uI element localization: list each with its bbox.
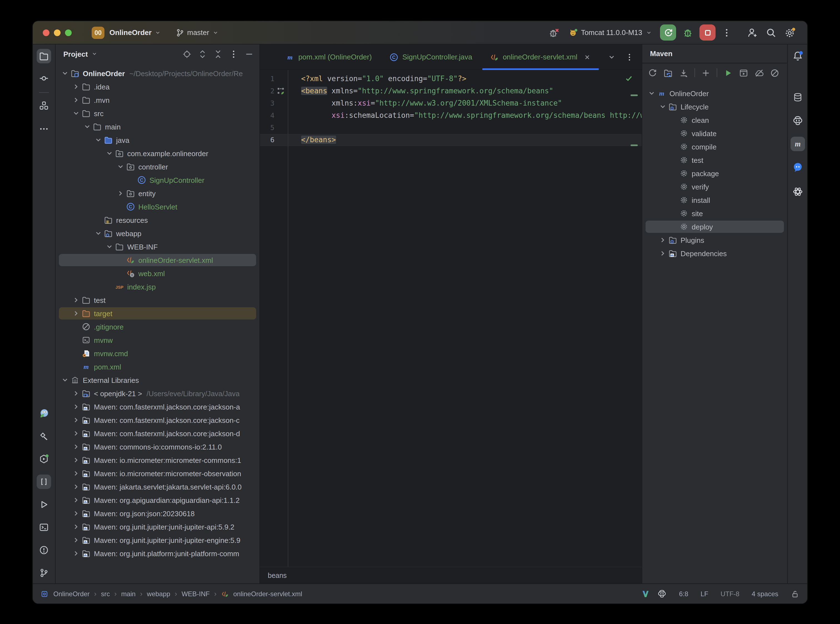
debugger-unavailable-icon[interactable] — [548, 27, 559, 38]
tree-item-clean[interactable]: clean — [642, 113, 787, 127]
tree-item-deploy[interactable]: deploy — [642, 220, 787, 233]
line-number[interactable]: 6 — [260, 134, 288, 146]
chevron-right-icon[interactable] — [116, 189, 125, 198]
run-anything-icon[interactable] — [739, 68, 748, 77]
debug-button[interactable] — [682, 27, 693, 38]
collapse-all-icon[interactable] — [213, 49, 223, 59]
chevron-down-icon[interactable] — [116, 162, 125, 171]
code-line[interactable] — [288, 122, 642, 134]
chevron-right-icon[interactable] — [71, 442, 81, 451]
tree-item-onlineorder-servlet-xml[interactable]: onlineOrder-servlet.xml — [56, 253, 259, 267]
tree-item-package[interactable]: package — [642, 167, 787, 180]
sync-icon[interactable] — [648, 68, 657, 77]
tree-item-onlineorder[interactable]: OnlineOrder~/Desktop/Projects/OnlineOrde… — [56, 67, 259, 80]
build-tool-button[interactable] — [37, 429, 51, 443]
run-configuration-selector[interactable]: Tomcat 11.0.0-M13 — [568, 28, 652, 37]
breadcrumb-tag[interactable]: beans — [268, 571, 287, 579]
tree-item-verify[interactable]: verify — [642, 180, 787, 193]
chevron-right-icon[interactable] — [71, 96, 81, 105]
tree-item-helloservlet[interactable]: CHelloServlet — [56, 200, 259, 213]
reload-projects-icon[interactable] — [663, 68, 673, 77]
tree-item-mvnw[interactable]: mvnw — [56, 334, 259, 347]
locate-file-icon[interactable] — [182, 49, 191, 59]
frames-tool-button[interactable] — [37, 474, 51, 489]
services-tool-button[interactable] — [37, 452, 51, 466]
run-tool-button[interactable] — [37, 497, 51, 512]
chevron-right-icon[interactable] — [658, 236, 668, 244]
ai-chat-tool-button[interactable] — [790, 160, 805, 175]
line-number[interactable]: 2 — [260, 85, 288, 97]
code-line[interactable]: </beans> — [288, 134, 642, 146]
chatgpt-tool-button[interactable] — [790, 184, 805, 199]
line-number[interactable]: 1 — [260, 73, 288, 85]
chevron-down-icon[interactable] — [658, 102, 668, 111]
toggle-offline-icon[interactable] — [754, 68, 764, 77]
hide-panel-icon[interactable] — [244, 49, 254, 59]
tree-item-maven-com-fasterxml-jackson-core-jackson-a[interactable]: Maven: com.fasterxml.jackson.core:jackso… — [56, 400, 259, 413]
code-with-me-icon[interactable] — [747, 27, 758, 38]
more-tool-windows-button[interactable] — [37, 122, 51, 136]
tree-item-webapp[interactable]: webapp — [56, 227, 259, 240]
tree-item-maven-org-json-json-20230618[interactable]: Maven: org.json:json:20230618 — [56, 507, 259, 520]
spring-bean-gutter-icon[interactable] — [277, 86, 286, 96]
tree-item-mvnw-cmd[interactable]: mvnw.cmd — [56, 347, 259, 360]
close-window-button[interactable] — [43, 29, 49, 36]
skip-tests-icon[interactable] — [770, 68, 780, 77]
tree-item-web-inf[interactable]: WEB-INF — [56, 240, 259, 253]
line-ending-indicator[interactable]: LF — [701, 590, 708, 598]
breadcrumb-item[interactable]: main — [121, 590, 136, 598]
chevron-right-icon[interactable] — [71, 509, 81, 518]
maven-tool-button[interactable]: m — [790, 137, 805, 151]
settings-icon[interactable] — [784, 27, 795, 38]
copilot-tool-button[interactable] — [790, 113, 805, 128]
problems-tool-button[interactable] — [37, 543, 51, 557]
indent-indicator[interactable]: 4 spaces — [752, 590, 778, 598]
panel-options-icon[interactable] — [229, 49, 238, 59]
ai-plugin-tool-button[interactable] — [37, 406, 51, 421]
tab-options-icon[interactable] — [625, 53, 634, 62]
add-icon[interactable] — [701, 68, 710, 77]
minimize-window-button[interactable] — [54, 29, 60, 36]
tree-item-entity[interactable]: entity — [56, 187, 259, 200]
tree-item-external-libraries[interactable]: External Libraries — [56, 374, 259, 387]
code-content[interactable]: <?xml version="1.0" encoding="UTF-8"?><b… — [288, 70, 642, 567]
tree-item-plugins[interactable]: Plugins — [642, 233, 787, 247]
notifications-button[interactable] — [790, 49, 805, 63]
terminal-tool-button[interactable] — [37, 520, 51, 534]
chevron-down-icon[interactable] — [105, 242, 114, 251]
tree-item-maven-org-junit-jupiter-junit-jupiter-api-5-9-2[interactable]: Maven: org.junit.jupiter:junit-jupiter-a… — [56, 520, 259, 533]
tree-item-test[interactable]: test — [642, 153, 787, 167]
tree-item-validate[interactable]: validate — [642, 127, 787, 140]
chevron-right-icon[interactable] — [71, 402, 81, 411]
code-editor[interactable]: 123456 <?xml version="1.0" encoding="UTF… — [260, 70, 642, 567]
tree-item-dependencies[interactable]: Dependencies — [642, 247, 787, 260]
unlock-icon[interactable] — [791, 589, 800, 598]
chevron-right-icon[interactable] — [71, 456, 81, 465]
tree-item-web-xml[interactable]: web.xml — [56, 267, 259, 280]
chevron-down-icon[interactable] — [105, 149, 114, 158]
code-line[interactable]: <?xml version="1.0" encoding="UTF-8"?> — [288, 73, 642, 85]
tree-item-gitignore[interactable]: .gitignore — [56, 320, 259, 334]
chevron-down-icon[interactable] — [82, 122, 92, 131]
chevron-right-icon[interactable] — [71, 82, 81, 91]
tab-signupcontroller-java[interactable]: C SignUpController.java — [381, 45, 481, 70]
chevron-down-icon[interactable] — [60, 375, 70, 385]
inspections-ok-icon[interactable] — [624, 74, 633, 83]
tree-item-maven-org-apiguardian-apiguardian-api-1-1-2[interactable]: Maven: org.apiguardian:apiguardian-api:1… — [56, 493, 259, 507]
tree-item-maven-org-junit-platform-junit-platform-comm[interactable]: Maven: org.junit.platform:junit-platform… — [56, 547, 259, 560]
tab-pom-xml[interactable]: m pom.xml (OnlineOrder) — [277, 45, 381, 70]
tree-item-maven-com-fasterxml-jackson-core-jackson-d[interactable]: Maven: com.fasterxml.jackson.core:jackso… — [56, 427, 259, 440]
tree-item-signupcontroller[interactable]: CSignUpController — [56, 173, 259, 187]
v-plugin-icon[interactable] — [641, 589, 650, 598]
chevron-down-icon[interactable] — [93, 229, 103, 238]
breadcrumb-item[interactable]: WEB-INF — [182, 590, 210, 598]
tree-item-maven-jakarta-servlet-jakarta-servlet-api-6-0-0[interactable]: Maven: jakarta.servlet:jakarta.servlet-a… — [56, 480, 259, 493]
chevron-right-icon[interactable] — [71, 522, 81, 531]
status-breadcrumbs[interactable]: OnlineOrder›src›main›webapp›WEB-INF›onli… — [53, 590, 302, 598]
encoding-indicator[interactable]: UTF-8 — [721, 590, 740, 598]
chevron-right-icon[interactable] — [71, 296, 81, 304]
close-icon[interactable] — [584, 53, 591, 61]
tree-item-src[interactable]: src — [56, 107, 259, 120]
hidden-tabs-icon[interactable] — [607, 53, 616, 62]
tree-item-openjdk-21[interactable]: < openjdk-21 >/Users/eve/Library/Java/Ja… — [56, 387, 259, 400]
